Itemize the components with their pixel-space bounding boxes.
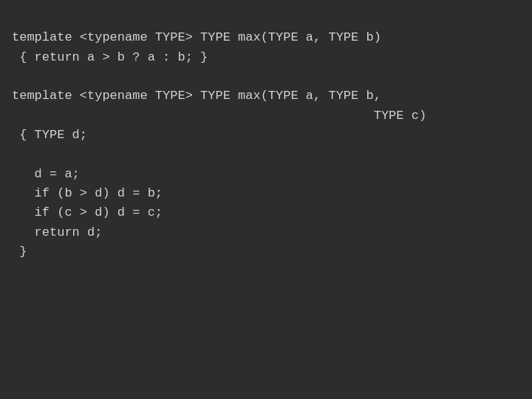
code-line: d = a;	[12, 165, 520, 184]
code-line: TYPE c)	[12, 106, 520, 126]
code-line: { TYPE d;	[12, 126, 520, 145]
code-line: { return a > b ? a : b; }	[12, 48, 520, 67]
code-line: template <typename TYPE> TYPE max(TYPE a…	[12, 86, 520, 106]
code-line	[12, 321, 520, 340]
code-editor: template <typename TYPE> TYPE max(TYPE a…	[0, 0, 532, 399]
code-line: if (c > d) d = c;	[12, 203, 520, 222]
code-line	[12, 262, 520, 281]
code-line: if (b > d) d = b;	[12, 184, 520, 203]
code-line: template <typename TYPE> TYPE max(TYPE a…	[12, 28, 520, 47]
code-line: return d;	[12, 223, 520, 242]
code-line	[12, 145, 520, 164]
code-line	[12, 282, 520, 301]
code-line	[12, 67, 520, 86]
code-line: }	[12, 242, 520, 262]
code-line	[12, 301, 520, 320]
